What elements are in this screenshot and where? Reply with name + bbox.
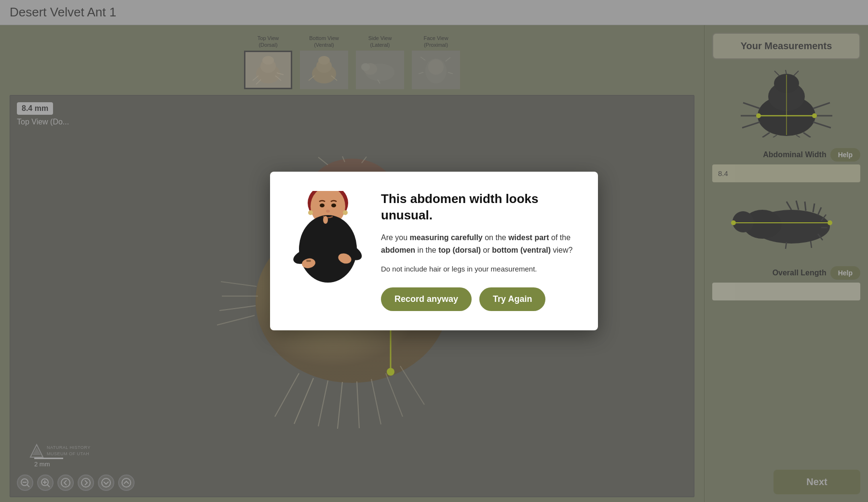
modal-content: This abdomen width looks unusual. Are yo…: [381, 191, 574, 311]
svg-point-109: [323, 216, 328, 224]
record-anyway-button[interactable]: Record anyway: [381, 287, 472, 311]
svg-point-108: [343, 210, 348, 215]
modal-title: This abdomen width looks unusual.: [381, 191, 574, 224]
modal-avatar: [289, 191, 366, 297]
svg-point-104: [320, 204, 325, 207]
try-again-button[interactable]: Try Again: [479, 287, 545, 311]
modal-note: Do not include hair or legs in your meas…: [381, 264, 574, 275]
svg-rect-103: [306, 260, 311, 262]
modal-overlay: This abdomen width looks unusual. Are yo…: [0, 0, 868, 502]
modal-buttons: Record anyway Try Again: [381, 287, 574, 311]
modal-bold-5: bottom (ventral): [492, 246, 551, 254]
svg-point-107: [308, 210, 313, 215]
modal-bold-3: abdomen: [381, 246, 415, 254]
svg-point-106: [326, 210, 330, 213]
modal-dialog: This abdomen width looks unusual. Are yo…: [270, 172, 598, 330]
svg-point-105: [331, 204, 336, 207]
modal-bold-2: widest part: [508, 233, 549, 242]
person-avatar-svg: [289, 191, 366, 297]
modal-bold-4: top (dorsal): [438, 246, 481, 254]
modal-bold-1: measuring carefully: [410, 233, 483, 242]
modal-body: Are you measuring carefully on the wides…: [381, 231, 574, 256]
